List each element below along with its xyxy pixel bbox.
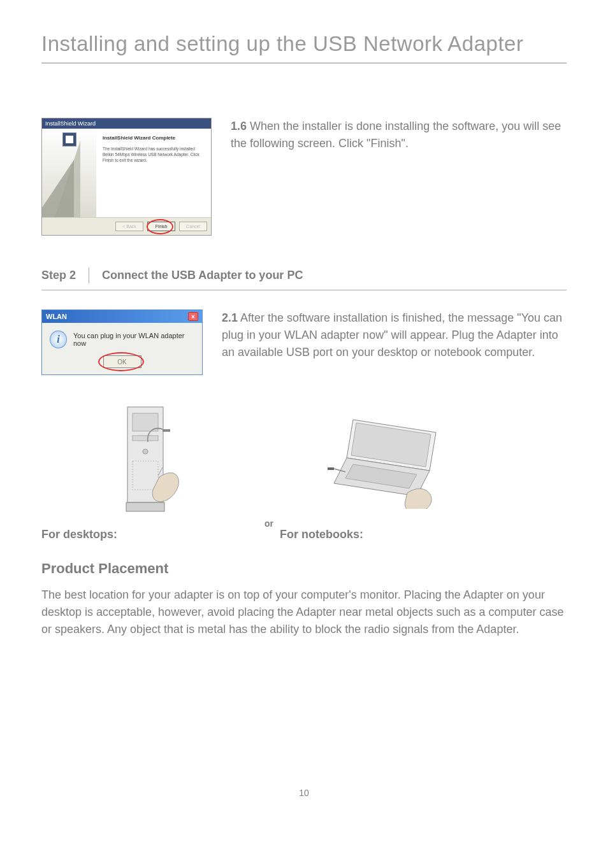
wlan-dialog-screenshot: WLAN × i You can plug in your WLAN adapt… — [41, 309, 203, 375]
desktop-illustration — [41, 394, 258, 522]
wizard-titlebar: InstallShield Wizard — [42, 118, 211, 129]
wizard-back-button: < Back — [115, 222, 143, 231]
product-placement-text: The best location for your adapter is on… — [41, 587, 567, 638]
installshield-wizard-screenshot: InstallShield Wizard InstallShield Wizar… — [41, 118, 212, 236]
step-body: After the software installation is finis… — [222, 311, 562, 359]
step-divider — [41, 290, 567, 290]
svg-point-4 — [143, 449, 148, 454]
page-number: 10 — [41, 788, 567, 798]
step-2-title: Connect the USB Adapter to your PC — [89, 269, 303, 282]
red-circle-annotation — [98, 352, 144, 371]
step-2-label: Step 2 — [41, 267, 89, 283]
wizard-cancel-button: Cancel — [179, 222, 207, 231]
product-placement-heading: Product Placement — [41, 560, 567, 577]
svg-rect-1 — [126, 502, 164, 511]
step-number: 2.1 — [222, 311, 238, 324]
svg-rect-3 — [133, 436, 158, 441]
wizard-sidebar-graphic — [42, 129, 96, 217]
for-notebooks-label: For notebooks: — [280, 528, 363, 541]
notebook-illustration — [280, 394, 496, 522]
wizard-body-text: The InstallShield Wizard has successfull… — [103, 146, 205, 163]
step-2-1-text: 2.1 After the software installation is f… — [222, 309, 567, 361]
svg-rect-7 — [328, 467, 334, 470]
svg-rect-6 — [163, 429, 170, 432]
red-circle-annotation — [147, 219, 173, 234]
wizard-finish-button[interactable]: Finish — [147, 222, 175, 231]
step-number: 1.6 — [231, 120, 247, 132]
step-1-6-text: 1.6 When the installer is done installin… — [231, 118, 567, 236]
wizard-heading: InstallShield Wizard Complete — [103, 135, 205, 141]
step-body: When the installer is done installing th… — [231, 120, 561, 150]
page-title: Installing and setting up the USB Networ… — [41, 32, 567, 64]
for-desktops-label: For desktops: — [41, 528, 117, 541]
wlan-message: You can plug in your WLAN adapter now — [73, 332, 194, 347]
wlan-title: WLAN — [46, 313, 67, 320]
ok-button[interactable]: OK — [103, 355, 141, 368]
or-text: or — [264, 518, 273, 529]
info-icon: i — [50, 331, 67, 348]
close-icon[interactable]: × — [188, 312, 198, 321]
